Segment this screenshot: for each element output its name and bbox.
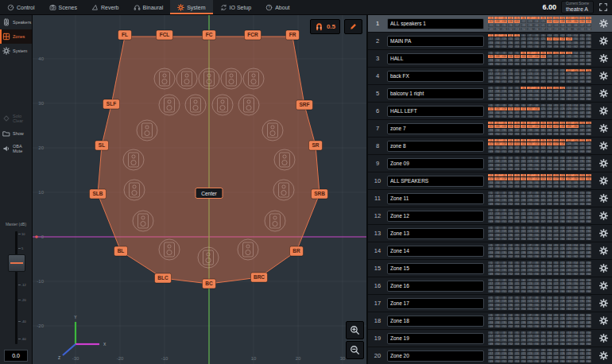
speaker-cell[interactable]: #27 [553,160,559,163]
speaker-cell[interactable]: #10 [547,69,552,72]
speaker-cell[interactable]: #2 [494,69,500,72]
speaker-cell[interactable]: #11 [553,314,559,317]
zone-row[interactable]: 1#1#2#3#4#5#6#7#8#9#10#11#12#13#14#15#16… [368,15,612,33]
speaker-cell[interactable]: #45 [566,356,571,359]
speaker-cell[interactable]: #60 [560,273,565,276]
speaker-cell[interactable]: #28 [560,335,565,338]
speaker-cell[interactable]: #43 [553,304,559,307]
speaker-cell[interactable]: #5 [514,349,520,352]
speaker-cell[interactable]: #17 [488,107,494,110]
speaker-cell[interactable]: #39 [527,146,533,149]
speaker-cell[interactable]: #3 [501,279,506,282]
speaker-cell[interactable]: #40 [533,129,539,132]
speaker-cell[interactable]: #11 [553,69,559,72]
zone-row[interactable]: 20#1#2#3#4#5#6#7#8#9#10#11#12#13#14#15#1… [368,347,612,364]
speaker-cell[interactable]: #33 [488,234,494,237]
speaker-cell[interactable]: #17 [488,125,494,128]
speaker-cell[interactable]: #14 [572,52,578,55]
speaker-cell[interactable]: #6 [521,261,526,265]
speaker-cell[interactable]: #13 [566,34,571,37]
speaker-cell[interactable]: #17 [488,90,494,93]
speaker-cell[interactable]: #26 [547,282,552,285]
speaker-cell[interactable]: #42 [547,269,552,272]
zone-row[interactable]: 12#1#2#3#4#5#6#7#8#9#10#11#12#13#14#15#1… [368,207,612,225]
speaker-cell[interactable]: #58 [547,115,552,118]
speaker-cell[interactable]: #53 [514,325,520,328]
speaker-cell[interactable]: #6 [521,192,526,195]
speaker-cell[interactable]: #56 [533,168,539,171]
speaker-cell[interactable]: #55 [527,255,533,258]
speaker-cell[interactable]: #20 [508,230,513,233]
speaker-cell[interactable]: #24 [533,335,539,338]
speaker-cell[interactable]: #17 [488,212,494,215]
speaker-cell[interactable]: #26 [547,300,552,303]
speaker-cell[interactable]: #37 [514,94,520,97]
speaker-cell[interactable]: #11 [553,139,559,142]
speaker-cell[interactable]: #16 [586,314,591,317]
speaker-cell[interactable]: #44 [560,181,565,184]
speaker-cell[interactable]: #25 [540,90,546,93]
speaker-cell[interactable]: #47 [579,269,585,272]
stage-canvas[interactable]: FL FCL FC FCR FR SLF SRF SL SR SLB SRB B… [33,15,366,364]
speaker-cell[interactable]: #44 [560,269,565,272]
speaker-cell[interactable]: #20 [508,177,513,180]
speaker-cell[interactable]: #62 [572,185,578,188]
speaker-cell[interactable]: #9 [540,139,546,142]
speaker-cell[interactable]: #35 [501,146,506,149]
speaker-cell[interactable]: #64 [586,308,591,311]
speaker-cell[interactable]: #64 [586,273,591,276]
speaker-cell[interactable]: #7 [527,331,533,335]
speaker-cell[interactable]: #19 [501,160,506,163]
speaker-cell[interactable]: #61 [566,343,571,346]
speaker-cell[interactable]: #21 [514,90,520,93]
speaker-cell[interactable]: #52 [508,290,513,293]
speaker-cell[interactable]: #22 [521,20,526,23]
speaker-cell[interactable]: #1 [488,331,494,335]
speaker-cell[interactable]: #3 [501,104,506,107]
speaker-cell[interactable]: #62 [572,150,578,153]
speaker-cell[interactable]: #3 [501,52,506,55]
speaker-cell[interactable]: #13 [566,122,571,125]
zone-settings-gear-icon[interactable] [599,89,608,98]
master-fader[interactable]: 1050-12-20-40-60 [0,230,32,346]
speaker-cell[interactable]: #21 [514,352,520,355]
speaker-cell[interactable]: #39 [527,129,533,132]
speaker-cell[interactable]: #6 [521,139,526,142]
speaker-cell[interactable]: #64 [586,203,591,206]
speaker-cell[interactable]: #5 [514,69,520,72]
speaker-cell[interactable]: #38 [521,199,526,202]
speaker-cell[interactable]: #60 [560,133,565,136]
speaker-cell[interactable]: #37 [514,24,520,27]
speaker-cell[interactable]: #48 [586,304,591,307]
speaker-cell[interactable]: #27 [553,195,559,198]
speaker-cell[interactable]: #14 [572,209,578,212]
speaker-cell[interactable]: #35 [501,129,506,132]
speaker-cell[interactable]: #26 [547,55,552,58]
speaker-cell[interactable]: #55 [527,238,533,241]
speaker-cell[interactable]: #37 [514,111,520,114]
speaker-cell[interactable]: #25 [540,55,546,58]
speaker-cell[interactable]: #13 [566,261,571,265]
speaker-cell[interactable]: #53 [514,45,520,48]
speaker-cell[interactable]: #10 [547,261,552,265]
speaker-cell[interactable]: #5 [514,104,520,107]
speaker-cell[interactable]: #42 [547,234,552,237]
speaker-cell[interactable]: #59 [553,343,559,346]
speaker-cell[interactable]: #40 [533,339,539,342]
speaker-cell[interactable]: #19 [501,142,506,145]
speaker-cell[interactable]: #37 [514,59,520,62]
speaker-cell[interactable]: #6 [521,314,526,317]
speaker-cell[interactable]: #15 [579,87,585,90]
speaker-cell[interactable]: #11 [553,87,559,90]
speaker-cell[interactable]: #37 [514,251,520,254]
speaker-cell[interactable]: #1 [488,192,494,195]
speaker-cell[interactable]: #62 [572,63,578,66]
speaker-cell[interactable]: #20 [508,335,513,338]
speaker-cell[interactable]: #57 [540,185,546,188]
speaker-cell[interactable]: #3 [501,157,506,160]
stage-label-fl[interactable]: FL [118,30,132,40]
speaker-cell[interactable]: #32 [586,90,591,93]
speaker-cell[interactable]: #57 [540,238,546,241]
zone-row[interactable]: 5#1#2#3#4#5#6#7#8#9#10#11#12#13#14#15#16… [368,85,612,103]
speaker-cell[interactable]: #17 [488,230,494,233]
